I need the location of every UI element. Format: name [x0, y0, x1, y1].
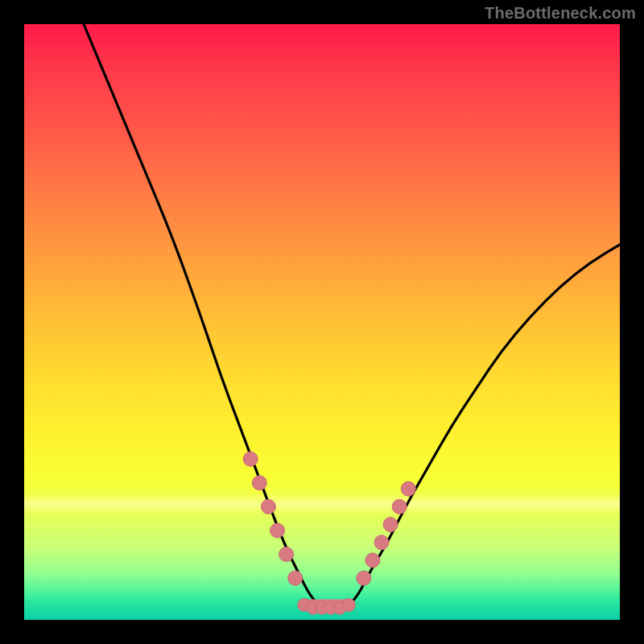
plot-area [24, 24, 620, 620]
watermark-text: TheBottleneck.com [485, 5, 636, 21]
chart-stage: TheBottleneck.com [0, 0, 644, 644]
background-gradient [24, 24, 620, 620]
